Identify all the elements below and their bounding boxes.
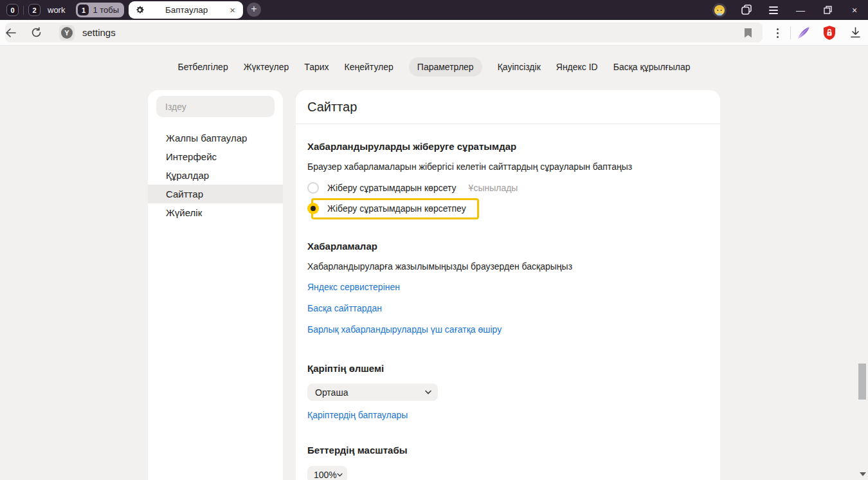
nav-tab-extensions[interactable]: Кеңейтулер [345, 57, 393, 77]
chevron-down-icon [425, 390, 431, 394]
nav-tab-history[interactable]: Тарих [304, 57, 329, 77]
tab-group-work-label[interactable]: work [48, 5, 65, 15]
nav-tab-security[interactable]: Қауіпсіздік [498, 57, 541, 77]
radio-show-requests[interactable] [307, 182, 319, 194]
notifications-heading: Хабарламалар [307, 241, 720, 252]
address-bar[interactable]: Y settings [5, 23, 763, 42]
feather-icon[interactable] [791, 20, 817, 46]
page-title: Сайттар [296, 90, 720, 124]
sidebar-item-general[interactable]: Жалпы баптаулар [148, 129, 283, 147]
radio-row-show-requests[interactable]: Жіберу сұратымдарын көрсету Ұсынылады [307, 182, 720, 194]
download-icon[interactable] [842, 20, 868, 46]
tab-group-badge-zero[interactable]: 0 [6, 4, 19, 16]
page-zoom-heading: Беттердің масштабы [307, 445, 720, 456]
tab-group-badge-two[interactable]: 2 [28, 4, 41, 16]
url-text[interactable]: settings [82, 27, 744, 38]
notification-requests-heading: Хабарландыруларды жіберуге сұратымдар [307, 141, 720, 152]
nav-tab-yandex-id[interactable]: Яндекс ID [556, 57, 598, 77]
tab-group-label: 1 тобы [93, 5, 119, 15]
close-tab-icon[interactable]: × [228, 5, 237, 15]
minimize-icon[interactable]: — [787, 0, 814, 20]
sidebar-item-tools[interactable]: Құралдар [148, 166, 283, 185]
page-scrollbar[interactable] [858, 46, 867, 480]
yandex-services-link[interactable]: Яндекс сервистерінен [307, 282, 400, 292]
notifications-description: Хабарландыруларға жазылымыңызды браузерд… [307, 261, 720, 272]
gear-icon [135, 5, 145, 15]
site-favicon[interactable]: Y [59, 25, 75, 41]
settings-nav-tabs: Бетбелгілер Жүктеулер Тарих Кеңейтулер П… [0, 57, 868, 77]
font-size-select[interactable]: Орташа [307, 383, 438, 401]
other-sites-link[interactable]: Басқа сайттардан [307, 303, 382, 313]
nav-tab-other-devices[interactable]: Басқа құрылғылар [613, 57, 691, 77]
search-placeholder: Іздеу [165, 102, 186, 112]
recommended-badge: Ұсынылады [469, 183, 518, 193]
font-size-select-value: Орташа [315, 387, 348, 398]
scrollbar-thumb[interactable] [858, 364, 866, 400]
nav-tab-downloads[interactable]: Жүктеулер [244, 57, 289, 77]
divider [296, 124, 720, 124]
font-size-heading: Қаріптің өлшемі [307, 363, 720, 374]
tab-group-count: 1 [78, 5, 89, 15]
side-panels-icon[interactable] [733, 0, 760, 20]
nav-tab-bookmarks[interactable]: Бетбелгілер [177, 57, 228, 77]
chevron-down-icon [337, 473, 343, 477]
page-zoom-select[interactable]: 100% [307, 466, 347, 480]
back-icon[interactable] [5, 28, 31, 37]
sidebar-item-system[interactable]: Жүйелік [148, 203, 283, 222]
divider [23, 6, 24, 15]
shield-lock-icon[interactable] [817, 20, 842, 46]
scrollbar-down-arrow-icon[interactable] [860, 472, 866, 476]
active-tab-title: Баптаулар [145, 5, 228, 15]
nav-tab-settings[interactable]: Параметрлер [409, 57, 482, 77]
kebab-menu-icon[interactable] [764, 20, 790, 46]
search-input[interactable]: Іздеу [156, 96, 275, 117]
restore-window-icon[interactable] [814, 0, 841, 20]
browser-toolbar: Y settings [0, 20, 868, 46]
settings-content: Сайттар Хабарландыруларды жіберуге сұрат… [296, 90, 720, 480]
reload-icon[interactable] [31, 27, 57, 38]
bookmark-icon[interactable] [744, 28, 752, 38]
radio-show-requests-label: Жіберу сұратымдарын көрсету [327, 183, 457, 193]
notification-requests-description: Браузер хабарламаларын жібергісі келетін… [307, 162, 720, 172]
radio-hide-requests[interactable] [307, 203, 319, 214]
radio-row-hide-requests[interactable]: Жіберу сұратымдарын көрсетпеу [307, 203, 720, 214]
browser-tab-bar: 0 2 work 1 1 тобы Баптаулар × + [0, 0, 868, 20]
profile-avatar[interactable] [706, 0, 733, 20]
radio-hide-requests-label: Жіберу сұратымдарын көрсетпеу [327, 203, 466, 214]
new-tab-button[interactable]: + [247, 3, 261, 17]
mute-all-notifications-link[interactable]: Барлық хабарландыруларды үш сағатқа өшір… [307, 324, 502, 335]
close-window-icon[interactable]: × [841, 0, 868, 20]
tab-group-selected[interactable]: 1 1 тобы [76, 3, 124, 17]
active-browser-tab[interactable]: Баптаулар × [129, 1, 243, 19]
hamburger-menu-icon[interactable] [760, 0, 787, 20]
page-zoom-select-value: 100% [314, 470, 337, 480]
font-settings-link[interactable]: Қаріптердің баптаулары [307, 410, 408, 420]
sidebar-item-sites[interactable]: Сайттар [148, 185, 283, 203]
settings-sidebar: Іздеу Жалпы баптаулар Интерфейс Құралдар… [148, 90, 283, 480]
sidebar-item-interface[interactable]: Интерфейс [148, 147, 283, 166]
